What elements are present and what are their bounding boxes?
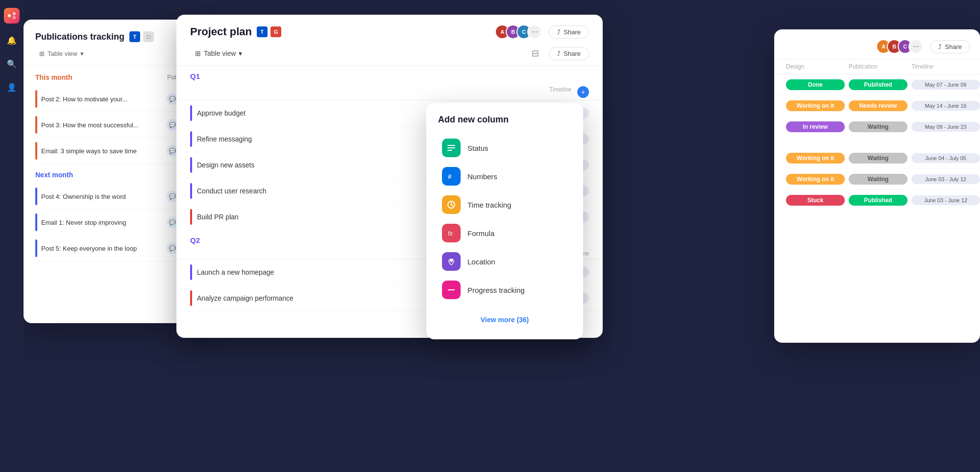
time-tracking-icon: [442, 195, 461, 214]
status-pill: Published: [849, 79, 907, 90]
avatars-group-third: A B C ···: [876, 39, 923, 54]
numbers-icon: #: [442, 167, 461, 186]
avatars-group: A B C ···: [495, 24, 542, 39]
status-pill: Published: [849, 195, 907, 206]
svg-rect-10: [448, 289, 455, 290]
share-label: Share: [564, 28, 581, 36]
row-bar: [190, 290, 192, 306]
timeline-pill: June 03 - July 12: [911, 174, 980, 184]
share-label-2: Share: [564, 50, 581, 57]
chevron-icon: ▾: [239, 49, 242, 57]
pub-view-toggle[interactable]: ⊞ Table view ▾: [35, 48, 193, 59]
col-task-header: [190, 86, 483, 98]
table-row[interactable]: In review Waiting May 09 - June 23: [774, 117, 980, 138]
row-bar: [190, 209, 192, 225]
third-body: Design Publication Timeline Done Publish…: [774, 59, 980, 333]
row-bar: [190, 157, 192, 173]
status-pill: Needs review: [849, 100, 907, 111]
table-row[interactable]: Working on it Needs review May 14 - June…: [774, 95, 980, 117]
col-option-name: Status: [467, 144, 489, 152]
share-button-third[interactable]: ⤴ Share: [930, 40, 970, 53]
col-option-name: Time tracking: [467, 201, 511, 209]
pub-item-text: Post 3: How the most successful...: [41, 121, 163, 129]
share-button-2[interactable]: ⤴ Share: [549, 47, 589, 60]
table-row[interactable]: Done Published May 07 - June 09: [774, 74, 980, 95]
pub-item-text: Post 2: How to motivate your...: [41, 95, 163, 103]
view-toggle-btn[interactable]: ⊞ Table view ▾: [190, 47, 247, 60]
badge-gmail: G: [270, 26, 281, 37]
search-icon[interactable]: 🔍: [5, 57, 19, 71]
svg-point-1: [13, 12, 16, 15]
table-icon: ⊞: [39, 50, 45, 57]
table-row[interactable]: Working on it Waiting June 04 - July 05: [774, 148, 980, 169]
pub-item[interactable]: Post 3: How the most successful... 💬 B: [35, 112, 193, 138]
view-label: Table view: [204, 49, 236, 57]
pub-item-text: Post 5: Keep everyone in the loop: [41, 245, 163, 252]
pub-stripe: [35, 142, 37, 160]
col-design-label: Design: [786, 63, 845, 70]
q1-header: Q1: [176, 66, 603, 84]
share-icon-2: ⤴: [557, 50, 561, 57]
timeline-pill: June 04 - July 05: [911, 153, 980, 163]
col-timeline-header: Timeline: [483, 86, 571, 98]
filter-icon[interactable]: ⊟: [528, 46, 543, 61]
col-publication-label: Publication: [849, 63, 907, 70]
status-pill: Waiting: [849, 153, 907, 164]
table-row[interactable]: Working on it Waiting June 03 - July 12: [774, 169, 980, 190]
col-option-name: Numbers: [467, 172, 497, 181]
bell-icon[interactable]: 🔔: [5, 33, 19, 47]
third-header: A B C ··· ⤴ Share: [774, 29, 980, 59]
proj-title-left: Project plan T G: [190, 25, 281, 38]
row-bar: [190, 183, 192, 199]
pub-item[interactable]: Post 4: Ownership is the word 💬 D: [35, 184, 193, 210]
col-timeline-label: Timeline: [911, 63, 980, 70]
app-logo: [4, 8, 20, 24]
badge-trello: T: [257, 26, 268, 37]
add-column-btn[interactable]: +: [577, 86, 589, 98]
timeline-pill: May 07 - June 09: [911, 80, 980, 90]
next-month-label: Next month: [35, 171, 73, 179]
status-icon: [442, 139, 461, 157]
col-option-name: Location: [467, 258, 495, 266]
toolbar-row: ⊞ Table view ▾ ⊟ ⤴ Share: [190, 46, 589, 66]
proj-header: Project plan T G A B C ··· ⤴ Share: [176, 15, 603, 66]
pub-view-label: Table view: [48, 50, 77, 57]
table-row[interactable]: [774, 138, 980, 148]
col-option-status[interactable]: Status: [438, 134, 571, 162]
proj-badges: T G: [257, 26, 281, 37]
chevron-down-icon: ▾: [80, 50, 84, 57]
row-bar: [190, 131, 192, 147]
pub-item[interactable]: Post 2: How to motivate your... 💬 A: [35, 86, 193, 112]
svg-point-0: [8, 14, 11, 17]
design-pill: Done: [786, 79, 845, 90]
view-more-link[interactable]: View more (36): [438, 312, 571, 328]
pub-item[interactable]: Post 5: Keep everyone in the loop 💬 F: [35, 236, 193, 261]
col-option-formula[interactable]: fx Formula: [438, 219, 571, 247]
pub-stripe: [35, 213, 37, 231]
proj-title-row: Project plan T G A B C ··· ⤴ Share: [190, 24, 589, 39]
timeline-pill: May 09 - June 23: [911, 122, 980, 132]
table-row[interactable]: Stuck Published June 03 - June 12: [774, 190, 980, 211]
pub-item-text: Post 4: Ownership is the word: [41, 193, 163, 200]
pub-item[interactable]: Email 1: Never stop improving 💬 E: [35, 210, 193, 236]
location-icon: [442, 252, 461, 271]
share-button[interactable]: ⤴ Share: [549, 25, 589, 39]
pub-title-icons: T □: [129, 31, 154, 42]
col-option-numbers[interactable]: # Numbers: [438, 162, 571, 190]
pub-item[interactable]: Email: 3 simple ways to save time 💬 C: [35, 138, 193, 164]
pub-stripe: [35, 116, 37, 134]
design-pill: In review: [786, 121, 845, 132]
col-option-time-tracking[interactable]: Time tracking: [438, 190, 571, 219]
progress-tracking-icon: [442, 281, 461, 299]
col-option-location[interactable]: Location: [438, 247, 571, 276]
col-option-progress-tracking[interactable]: Progress tracking: [438, 276, 571, 304]
svg-rect-4: [447, 147, 455, 148]
more-avatars-btn[interactable]: ···: [527, 24, 542, 39]
share-icon: ⤴: [557, 28, 561, 36]
more-avatars-btn-third[interactable]: ···: [908, 39, 923, 54]
person-icon[interactable]: 👤: [5, 80, 19, 94]
status-pill: Waiting: [849, 121, 907, 132]
design-pill: Working on it: [786, 153, 845, 164]
sidebar: 🔔 🔍 👤: [0, 0, 24, 472]
dropdown-title: Add new column: [438, 115, 571, 125]
